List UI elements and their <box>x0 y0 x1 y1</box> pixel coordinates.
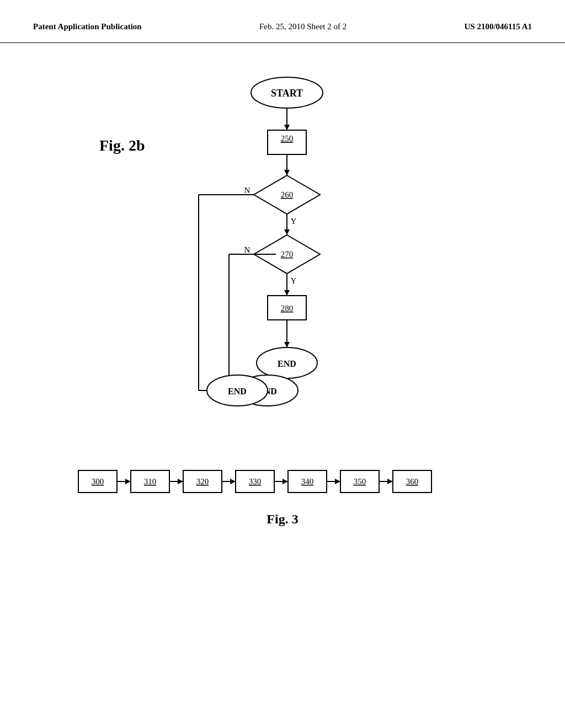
svg-text:Y: Y <box>291 217 297 226</box>
main-content: Fig. 2b START 250 260 N <box>0 43 565 538</box>
fig2b-label: Fig. 2b <box>99 137 145 154</box>
svg-text:300: 300 <box>92 477 104 486</box>
svg-text:Y: Y <box>291 276 297 285</box>
svg-text:N: N <box>244 245 250 254</box>
svg-marker-3 <box>284 125 290 130</box>
svg-text:260: 260 <box>281 190 294 199</box>
svg-marker-58 <box>335 479 340 484</box>
svg-marker-50 <box>230 479 236 484</box>
svg-text:250: 250 <box>281 134 294 143</box>
svg-marker-42 <box>125 479 131 484</box>
svg-marker-32 <box>284 342 290 347</box>
svg-text:360: 360 <box>406 477 419 486</box>
svg-marker-7 <box>284 170 290 175</box>
page-header: Patent Application Publication Feb. 25, … <box>0 0 565 43</box>
fig3-area: 300 310 320 330 340 <box>33 462 532 527</box>
svg-text:END: END <box>278 359 296 368</box>
svg-text:START: START <box>271 88 303 99</box>
svg-text:270: 270 <box>281 250 294 259</box>
svg-text:350: 350 <box>354 477 366 486</box>
svg-text:330: 330 <box>249 477 262 486</box>
svg-text:310: 310 <box>144 477 157 486</box>
fig2b-diagram: Fig. 2b START 250 260 N <box>33 60 532 446</box>
svg-marker-46 <box>178 479 183 484</box>
fig3-sequence: 300 310 320 330 340 <box>76 462 489 501</box>
svg-text:320: 320 <box>196 477 209 486</box>
svg-marker-17 <box>284 229 290 235</box>
svg-marker-28 <box>284 290 290 296</box>
header-right: US 2100/046115 A1 <box>464 22 532 31</box>
svg-text:340: 340 <box>301 477 314 486</box>
svg-text:280: 280 <box>281 304 294 313</box>
header-left: Patent Application Publication <box>33 22 142 31</box>
svg-text:END: END <box>228 387 247 396</box>
svg-marker-62 <box>387 479 393 484</box>
svg-text:N: N <box>244 186 250 195</box>
fig2b-flowchart: START 250 260 N Y <box>143 71 375 435</box>
fig3-label: Fig. 3 <box>33 512 532 527</box>
svg-marker-54 <box>282 479 288 484</box>
header-center: Feb. 25, 2010 Sheet 2 of 2 <box>259 22 347 31</box>
